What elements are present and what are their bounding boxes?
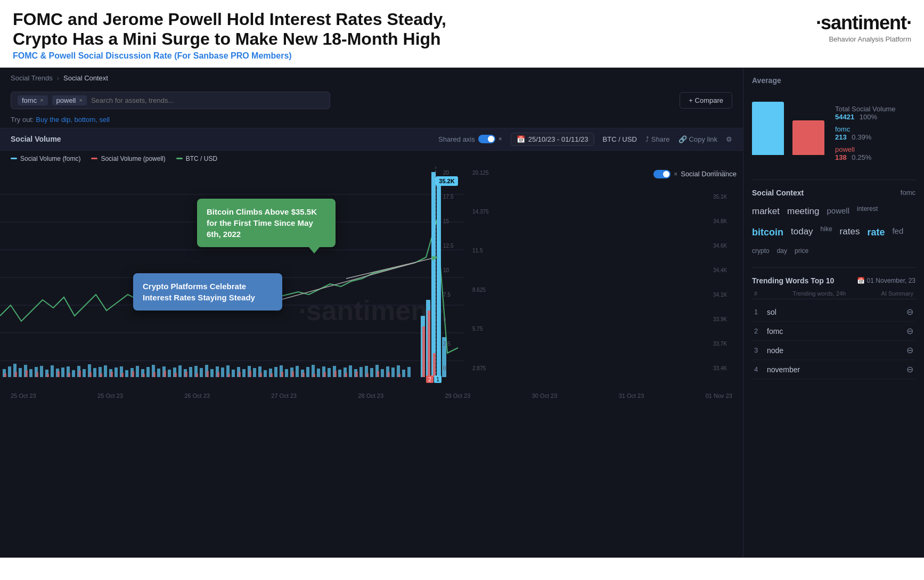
svg-rect-16 — [51, 365, 54, 377]
link-icon: 🔗 — [678, 135, 687, 143]
svg-rect-89 — [4, 373, 6, 377]
avg-powell-label: powell — [835, 145, 855, 153]
social-dominance-toggle[interactable] — [653, 170, 670, 178]
tag-powell-close[interactable]: × — [79, 97, 82, 103]
svg-rect-10 — [19, 368, 22, 377]
try-out-links[interactable]: Buy the dip, bottom, sell — [36, 116, 110, 124]
avg-fomc-pct: 0.39% — [852, 133, 871, 141]
col-word: Trending words, 24h — [792, 290, 846, 297]
x-axis: 25 Oct 23 25 Oct 23 26 Oct 23 27 Oct 23 … — [0, 390, 743, 403]
breadcrumb-separator: › — [57, 74, 59, 82]
trending-row-1: 1 sol ⊖ — [752, 303, 915, 322]
trending-words-section: Trending Words Top 10 📅 01 November, 23 … — [752, 267, 915, 549]
svg-rect-111 — [239, 372, 241, 377]
svg-rect-50 — [232, 370, 235, 377]
page-subtitle: FOMC & Powell Social Discussion Rate (Fo… — [13, 51, 492, 61]
svg-rect-115 — [281, 372, 283, 377]
svg-rect-119 — [324, 372, 326, 377]
social-context-header: Social Context fomc — [752, 189, 915, 197]
try-out-label: Try out: — [11, 116, 34, 124]
word-powell: powell — [827, 203, 849, 220]
legend-powell-dot — [91, 158, 97, 159]
tw-word-4[interactable]: november — [767, 365, 906, 374]
avg-fomc-label: fomc — [835, 125, 850, 133]
legend-powell: Social Volume (powell) — [91, 155, 165, 162]
svg-rect-93 — [47, 374, 49, 377]
svg-rect-72 — [349, 365, 352, 377]
svg-rect-14 — [40, 366, 43, 377]
vol-label-8: 2.5 — [443, 341, 470, 347]
tw-icon-4[interactable]: ⊖ — [906, 364, 913, 374]
compare-button[interactable]: + Compare — [680, 92, 732, 109]
mid-axis: 20.125 14.375 11.5 8.625 5.75 2.875 — [471, 167, 506, 374]
svg-rect-66 — [317, 369, 320, 377]
price-label-2: 35.1K — [713, 194, 742, 200]
svg-rect-91 — [26, 370, 28, 377]
svg-rect-98 — [100, 373, 102, 377]
word-day: day — [777, 246, 787, 257]
avg-fomc-row: fomc 213 0.39% — [835, 125, 895, 141]
tw-word-3[interactable]: node — [767, 346, 906, 355]
word-interest: interest — [857, 203, 878, 220]
mid-label-3: 11.5 — [472, 248, 505, 254]
settings-button[interactable]: ⚙ — [726, 135, 732, 143]
legend-powell-label: Social Volume (powell) — [101, 155, 165, 162]
vol-label-3: 15 — [443, 218, 470, 224]
vol-label-9: 0 — [443, 365, 470, 371]
word-price: price — [795, 246, 808, 257]
shared-axis-close[interactable]: × — [498, 135, 502, 143]
tw-icon-2[interactable]: ⊖ — [906, 326, 913, 336]
search-input-area[interactable]: fomc × powell × — [11, 92, 330, 109]
shared-axis-toggle[interactable]: Shared axis × — [438, 135, 502, 143]
avg-powell-value: 138 — [835, 153, 847, 161]
share-button[interactable]: ⤴ Share — [645, 135, 670, 143]
trending-words-date[interactable]: 📅 01 November, 23 — [857, 277, 915, 284]
tw-word-1[interactable]: sol — [767, 308, 906, 316]
shared-axis-label: Shared axis — [438, 135, 475, 143]
average-chart — [752, 91, 824, 155]
trending-row-2: 2 fomc ⊖ — [752, 322, 915, 341]
tw-word-2[interactable]: fomc — [767, 327, 906, 336]
vol-label-1: 20 — [443, 170, 470, 176]
price-label-9: 33.4K — [713, 365, 742, 371]
word-hike: hike — [821, 224, 832, 241]
mid-label-4: 8.625 — [472, 287, 505, 293]
tooltip-crypto: Crypto Platforms Celebrate Interest Rate… — [133, 273, 282, 311]
tw-rank-4: 4 — [754, 365, 767, 373]
word-rate: rate — [867, 224, 885, 241]
svg-rect-56 — [264, 370, 267, 377]
tag-fomc[interactable]: fomc × — [18, 95, 48, 105]
date-range-picker[interactable]: 📅 25/10/23 - 01/11/23 — [511, 133, 594, 146]
tag-powell-label: powell — [56, 96, 76, 104]
svg-rect-108 — [207, 371, 209, 377]
vol-label-6: 7.5 — [443, 292, 470, 298]
shared-axis-switch[interactable] — [478, 135, 495, 143]
social-dominance-close[interactable]: × — [674, 170, 677, 178]
copy-link-button[interactable]: 🔗 Copy link — [678, 135, 717, 143]
svg-rect-120 — [334, 371, 337, 377]
social-context-tab[interactable]: fomc — [901, 189, 915, 197]
svg-rect-82 — [402, 370, 405, 377]
svg-rect-112 — [249, 371, 251, 377]
mid-label-2: 14.375 — [472, 209, 505, 215]
svg-rect-48 — [221, 367, 224, 377]
svg-rect-103 — [153, 372, 156, 377]
price-label-6: 34.1K — [713, 292, 742, 298]
tag-fomc-close[interactable]: × — [40, 97, 43, 103]
avg-bar-powell — [792, 120, 824, 155]
avg-bar-fomc — [752, 102, 784, 155]
svg-rect-28 — [115, 367, 118, 377]
svg-rect-105 — [175, 373, 177, 377]
tag-powell[interactable]: powell × — [52, 95, 87, 105]
tw-icon-1[interactable]: ⊖ — [906, 307, 913, 317]
breadcrumb: Social Trends › Social Context — [0, 68, 743, 87]
chart-legend: Social Volume (fomc) Social Volume (powe… — [0, 151, 743, 167]
vol-axis: 20 17.5 15 12.5 10 7.5 5 2.5 0 — [442, 167, 471, 374]
tw-icon-3[interactable]: ⊖ — [906, 345, 913, 355]
breadcrumb-item-1[interactable]: Social Trends — [11, 74, 53, 82]
social-context-title: Social Context — [752, 189, 804, 197]
svg-rect-40 — [178, 365, 182, 377]
try-out-bar: Try out: Buy the dip, bottom, sell — [0, 113, 743, 128]
search-input[interactable] — [91, 96, 323, 104]
svg-rect-58 — [274, 367, 277, 377]
